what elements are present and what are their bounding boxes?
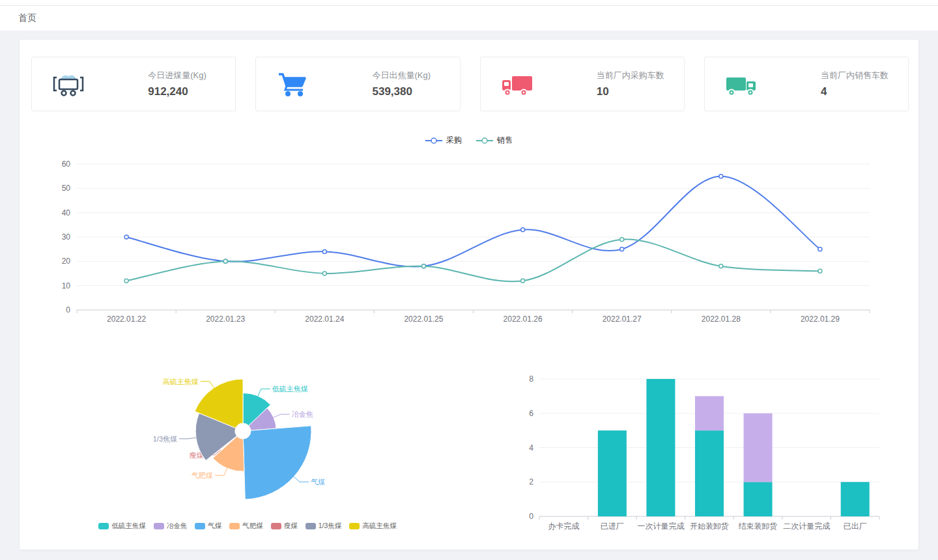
bar-segment — [744, 482, 773, 516]
page-background: 今日进煤量(Kg) 912,240 今日出焦量(Kg) 539,380 — [0, 31, 938, 559]
pie-legend-item-3[interactable]: 气肥煤 — [229, 522, 263, 531]
svg-text:办卡完成: 办卡完成 — [548, 522, 579, 531]
svg-text:2022.01.25: 2022.01.25 — [404, 315, 443, 324]
svg-text:高硫主焦煤: 高硫主焦煤 — [163, 378, 199, 385]
dashboard-panel: 今日进煤量(Kg) 912,240 今日出焦量(Kg) 539,380 — [20, 40, 918, 550]
breadcrumb-bar: 首页 — [0, 6, 938, 31]
svg-text:2: 2 — [529, 477, 533, 486]
bar-segment — [744, 413, 773, 483]
svg-text:4: 4 — [529, 443, 533, 453]
rose-chart-legend: 低硫主焦煤冶金焦气煤气肥煤瘦煤1/3焦煤高硫主焦煤 — [81, 522, 414, 531]
stat-card-coke-out: 今日出焦量(Kg) 539,380 — [255, 57, 460, 111]
svg-text:二次计量完成: 二次计量完成 — [783, 522, 830, 531]
breadcrumb[interactable]: 首页 — [18, 12, 36, 24]
svg-text:2022.01.22: 2022.01.22 — [107, 315, 146, 324]
svg-text:2022.01.23: 2022.01.23 — [206, 315, 245, 324]
stat-label: 当前厂内采购车数 — [597, 70, 674, 81]
svg-text:气煤: 气煤 — [311, 478, 325, 486]
svg-text:冶金焦: 冶金焦 — [292, 410, 313, 418]
stat-cards-row: 今日进煤量(Kg) 912,240 今日出焦量(Kg) 539,380 — [31, 57, 909, 111]
top-divider — [0, 0, 938, 6]
svg-text:气肥煤: 气肥煤 — [192, 471, 213, 479]
pie-legend-item-6[interactable]: 高硫主焦煤 — [349, 522, 397, 531]
svg-text:10: 10 — [62, 281, 71, 290]
svg-text:0: 0 — [66, 305, 70, 315]
bar-segment — [695, 396, 724, 430]
svg-text:40: 40 — [62, 208, 71, 217]
stat-label: 当前厂内销售车数 — [821, 70, 898, 81]
svg-text:50: 50 — [62, 184, 71, 193]
svg-text:2022.01.26: 2022.01.26 — [504, 315, 543, 324]
minecart-icon — [51, 70, 85, 98]
svg-text:1/3焦煤: 1/3焦煤 — [153, 435, 177, 443]
pie-legend-item-0[interactable]: 低硫主焦煤 — [98, 522, 146, 531]
svg-text:2022.01.24: 2022.01.24 — [305, 315, 344, 324]
svg-text:2022.01.28: 2022.01.28 — [702, 315, 741, 324]
pie-legend-item-2[interactable]: 气煤 — [195, 522, 221, 531]
stat-card-purchase-trucks: 当前厂内采购车数 10 — [480, 57, 685, 111]
purchase-truck-icon — [500, 70, 534, 98]
purchase-sales-line-chart: 01020304050602022.01.222022.01.232022.01… — [39, 150, 899, 333]
svg-text:已出厂: 已出厂 — [844, 522, 867, 531]
bar-segment — [695, 430, 724, 516]
legend-item-sales[interactable]: 销售 — [476, 135, 513, 146]
svg-text:开始装卸货: 开始装卸货 — [690, 522, 729, 531]
pie-slice-2 — [243, 426, 311, 499]
stat-value: 10 — [597, 85, 674, 98]
pie-legend-item-1[interactable]: 冶金焦 — [154, 522, 188, 531]
stat-value: 4 — [821, 85, 898, 98]
svg-text:20: 20 — [62, 257, 71, 266]
svg-text:8: 8 — [529, 374, 533, 384]
pie-legend-item-4[interactable]: 瘦煤 — [271, 522, 298, 531]
svg-text:30: 30 — [62, 232, 71, 242]
stat-label: 今日出焦量(Kg) — [373, 70, 449, 81]
svg-text:0: 0 — [529, 512, 533, 521]
svg-text:低硫主焦煤: 低硫主焦煤 — [272, 385, 308, 393]
svg-text:已进厂: 已进厂 — [601, 522, 624, 531]
sales-truck-icon — [724, 70, 758, 98]
stat-value: 912,240 — [148, 85, 225, 98]
bar-segment — [646, 379, 675, 516]
stat-card-coal-in: 今日进煤量(Kg) 912,240 — [31, 57, 236, 111]
svg-text:结束装卸货: 结束装卸货 — [739, 522, 778, 531]
pie-legend-item-5[interactable]: 1/3焦煤 — [306, 522, 342, 531]
svg-text:2022.01.29: 2022.01.29 — [801, 315, 840, 324]
stat-card-sales-trucks: 当前厂内销售车数 4 — [704, 57, 909, 111]
stat-value: 539,380 — [373, 85, 449, 98]
svg-text:一次计量完成: 一次计量完成 — [637, 522, 684, 531]
shopping-cart-icon — [276, 70, 309, 98]
coal-type-rose-chart: 低硫主焦煤冶金焦气煤气肥煤瘦煤1/3焦煤高硫主焦煤 — [94, 351, 394, 520]
legend-item-purchase[interactable]: 采购 — [425, 135, 462, 146]
svg-text:6: 6 — [529, 409, 533, 418]
bar-segment — [841, 482, 870, 516]
line-chart-legend: 采购销售 — [20, 135, 918, 146]
bar-segment — [598, 430, 627, 516]
stat-label: 今日进煤量(Kg) — [148, 70, 225, 81]
vehicle-status-bar-chart: 02468办卡完成已进厂一次计量完成开始装卸货结束装卸货二次计量完成已出厂 — [521, 362, 899, 538]
svg-text:2022.01.27: 2022.01.27 — [603, 315, 642, 324]
svg-text:60: 60 — [62, 160, 71, 169]
